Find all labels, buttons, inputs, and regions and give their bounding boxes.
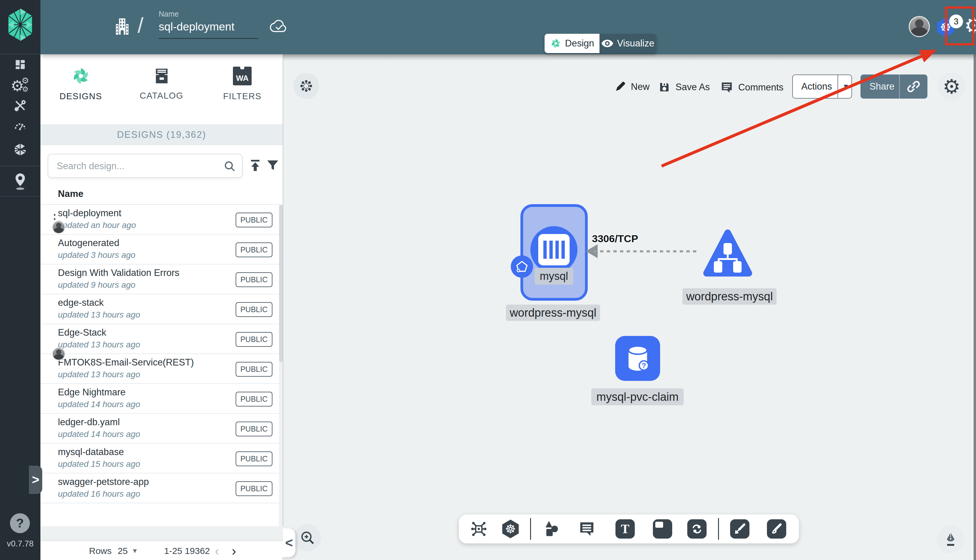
filter-funnel-icon[interactable] bbox=[265, 158, 280, 172]
design-list-row[interactable]: ⋮ Autogenerated updated 3 hours ago PUBL… bbox=[40, 235, 283, 265]
tab-designs[interactable]: DESIGNS bbox=[40, 54, 121, 113]
text-tool[interactable]: T bbox=[616, 519, 635, 538]
mysql-pvc-node-label: mysql-pvc-claim bbox=[591, 388, 684, 405]
design-name: mysql-database bbox=[58, 447, 124, 457]
design-list-row[interactable]: ⋮ mysql-database updated 15 hours ago PU… bbox=[40, 443, 283, 473]
design-canvas[interactable]: New Save As Comments Actions ▼ Share bbox=[283, 54, 976, 560]
design-name-field[interactable] bbox=[159, 20, 258, 33]
tab-visualize-label: Visualize bbox=[617, 38, 654, 49]
design-updated-time: updated 16 hours ago bbox=[58, 489, 140, 499]
design-name: edge-stack bbox=[58, 297, 104, 308]
design-list: ⋮ sql-deployment updated an hour ago PUB… bbox=[40, 205, 283, 503]
tab-design-label: Design bbox=[565, 38, 594, 49]
designs-swirl-icon bbox=[72, 67, 90, 85]
design-list-row[interactable]: ⋮ edge-stack updated 13 hours ago PUBLIC bbox=[40, 294, 283, 324]
sidebar-expand-handle[interactable]: > bbox=[29, 466, 42, 494]
caret-down-icon[interactable]: ▼ bbox=[132, 547, 138, 555]
mysql-service-node-label: wordpress-mysql bbox=[506, 305, 600, 321]
user-avatar[interactable] bbox=[909, 16, 930, 37]
prev-page-icon[interactable]: ‹ bbox=[215, 543, 219, 558]
help-button[interactable]: ? bbox=[10, 513, 30, 533]
design-updated-time: updated 3 hours ago bbox=[58, 250, 135, 260]
tab-designs-label: DESIGNS bbox=[59, 92, 102, 101]
design-updated-time: updated 15 hours ago bbox=[58, 459, 140, 469]
save-as-button[interactable]: Save As bbox=[658, 81, 710, 93]
comments-icon bbox=[720, 81, 733, 94]
sidebar-divider bbox=[0, 166, 40, 167]
frame-tool[interactable] bbox=[653, 519, 672, 538]
tab-design[interactable]: Design bbox=[545, 34, 599, 53]
tab-filters[interactable]: WA FILTERS bbox=[202, 54, 283, 113]
tab-visualize[interactable]: Visualize bbox=[599, 34, 656, 53]
design-list-row[interactable]: ⋮ FMTOK8S-Email-Service(REST) updated 13… bbox=[40, 354, 283, 384]
rows-per-page-label: Rows bbox=[89, 546, 112, 556]
visibility-badge: PUBLIC bbox=[235, 452, 272, 466]
dot-mesh-icon bbox=[299, 79, 313, 93]
canvas-scrollbar[interactable] bbox=[974, 54, 976, 560]
design-list-row[interactable]: ⋮ sql-deployment updated an hour ago PUB… bbox=[40, 205, 283, 235]
shapes-tool[interactable] bbox=[542, 519, 561, 538]
mysql-shape-badge[interactable] bbox=[511, 255, 533, 278]
design-list-row[interactable]: ⋮ Design With Validation Errors updated … bbox=[40, 265, 283, 294]
publish-upload-icon[interactable] bbox=[248, 158, 262, 172]
freehand-pencil-icon bbox=[770, 522, 783, 535]
zoom-in-button[interactable] bbox=[294, 524, 321, 551]
edge-pen-tool[interactable] bbox=[730, 519, 749, 538]
performance-gauge-icon bbox=[13, 119, 27, 132]
sidebar-item-toolkit[interactable] bbox=[0, 99, 40, 112]
edge-port-label: 3306/TCP bbox=[592, 233, 638, 245]
gear-icon: ⚙ bbox=[943, 77, 960, 97]
pencil-icon bbox=[614, 81, 626, 93]
comments-button[interactable]: Comments bbox=[720, 81, 784, 94]
new-design-button[interactable]: New bbox=[614, 81, 649, 93]
organization-icon[interactable] bbox=[115, 17, 130, 36]
mysql-service-inner-label: mysql bbox=[535, 268, 573, 285]
left-nav-sidebar: ⚙ ⚙ ⚙ bbox=[0, 0, 40, 560]
dot-mesh-button[interactable] bbox=[293, 73, 319, 99]
share-button[interactable]: Share bbox=[861, 75, 928, 98]
copy-link-icon[interactable] bbox=[900, 80, 928, 93]
node-wordpress-deployment[interactable] bbox=[701, 228, 755, 279]
chevron-left-icon: < bbox=[285, 535, 293, 550]
list-scrollbar-thumb[interactable] bbox=[279, 205, 283, 362]
design-updated-time: updated 13 hours ago bbox=[58, 370, 140, 379]
panel-collapse-handle[interactable]: < bbox=[283, 528, 295, 557]
toolbar-divider bbox=[530, 518, 531, 540]
comment-tool[interactable] bbox=[577, 519, 596, 538]
visibility-badge: PUBLIC bbox=[235, 302, 272, 317]
cloud-saved-icon[interactable] bbox=[269, 19, 289, 34]
extensions-mesh-icon bbox=[13, 142, 27, 157]
view-mode-toggle: Design Visualize bbox=[545, 34, 656, 53]
freehand-pencil-tool[interactable] bbox=[767, 519, 786, 538]
design-name: Edge-Stack bbox=[58, 327, 106, 338]
link-tool-icon bbox=[690, 522, 704, 535]
search-icon[interactable] bbox=[223, 160, 236, 172]
settings-gear-icon[interactable]: ⚙ bbox=[964, 15, 976, 36]
toolkit-icon bbox=[13, 99, 27, 112]
edge-mysql-deployment[interactable] bbox=[594, 250, 700, 252]
rows-per-page-select[interactable]: 25 bbox=[118, 546, 128, 556]
design-list-row[interactable]: ⋮ Edge Nightmare updated 14 hours ago PU… bbox=[40, 384, 283, 414]
component-graph-tool[interactable] bbox=[469, 519, 489, 538]
kubernetes-tool[interactable]: ☸ bbox=[501, 519, 520, 538]
sidebar-item-extensions[interactable] bbox=[0, 142, 40, 157]
chevron-right-icon: > bbox=[32, 473, 40, 487]
actions-dropdown-button[interactable]: Actions ▼ bbox=[792, 75, 852, 98]
tab-catalog[interactable]: CATALOG bbox=[121, 54, 202, 113]
sidebar-item-kanvas[interactable] bbox=[0, 172, 40, 191]
meshery-logo[interactable] bbox=[7, 7, 34, 42]
design-list-row[interactable]: ⋮ Edge-Stack updated 13 hours ago PUBLIC bbox=[40, 324, 283, 354]
search-input[interactable] bbox=[56, 154, 220, 178]
sidebar-item-dashboard[interactable] bbox=[0, 58, 40, 70]
design-list-row[interactable]: ⋮ ledger-db.yaml updated 14 hours ago PU… bbox=[40, 414, 283, 443]
link-tool[interactable] bbox=[687, 519, 707, 538]
row-owner-avatar bbox=[52, 220, 65, 234]
sidebar-item-lifecycle[interactable]: ⚙ ⚙ ⚙ bbox=[0, 78, 40, 95]
sidebar-item-performance[interactable] bbox=[0, 119, 40, 132]
pen-nib-button[interactable] bbox=[937, 526, 964, 553]
design-list-row[interactable]: ⋮ swagger-petstore-app updated 16 hours … bbox=[40, 473, 283, 503]
question-icon: ? bbox=[16, 516, 24, 530]
node-mysql-pvc[interactable]: ? bbox=[615, 336, 660, 381]
next-page-icon[interactable]: › bbox=[232, 543, 236, 558]
canvas-settings-button[interactable]: ⚙ bbox=[938, 73, 966, 100]
